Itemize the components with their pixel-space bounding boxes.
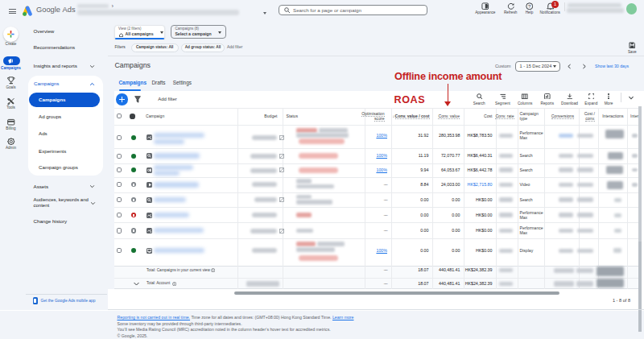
svg-text:?: ? bbox=[528, 4, 531, 9]
